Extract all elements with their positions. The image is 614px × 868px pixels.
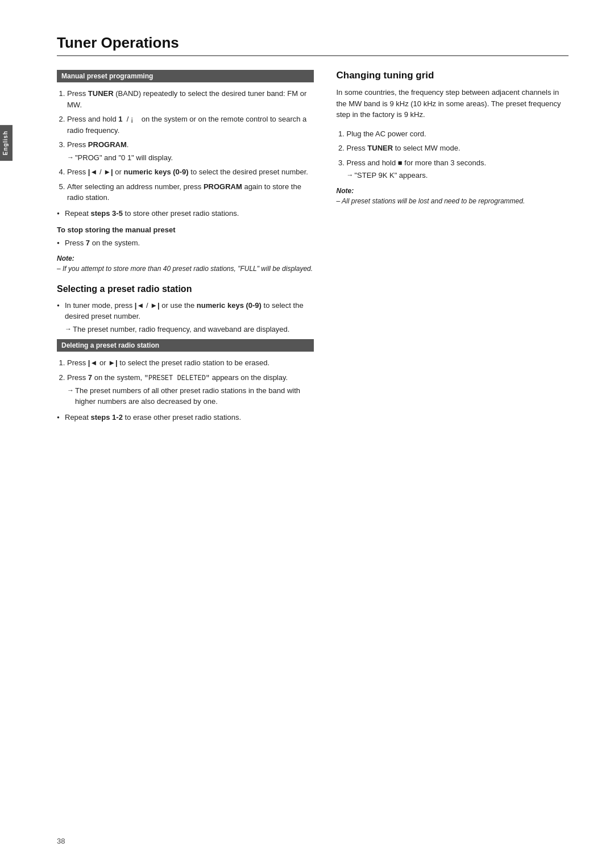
list-item: Press TUNER (BAND) repeatedly to select …: [67, 88, 314, 110]
arrow-note-step: "STEP 9K K" appears.: [347, 170, 569, 181]
prev-bold3: |◄: [88, 358, 98, 367]
left-column: Manual preset programming Press TUNER (B…: [57, 70, 314, 427]
deleting-preset-steps: Press |◄ or ►| to select the preset radi…: [57, 357, 314, 407]
manual-preset-steps: Press TUNER (BAND) repeatedly to select …: [57, 88, 314, 203]
program-again-bold: PROGRAM: [204, 182, 242, 191]
page-title: Tuner Operations: [57, 34, 569, 56]
list-item: Press 7 on the system.: [57, 237, 314, 249]
numeric-keys-bold: numeric keys (0-9): [124, 168, 189, 176]
list-item: Press TUNER to select MW mode.: [347, 143, 569, 154]
manual-preset-bullets: Repeat steps 3-5 to store other preset r…: [57, 208, 314, 219]
page: English Tuner Operations Manual preset p…: [0, 0, 614, 868]
language-tab: English: [0, 125, 13, 161]
list-item: Press |◄ or ►| to select the preset radi…: [67, 357, 314, 369]
page-number: 38: [57, 837, 65, 845]
7-bold: 7: [86, 239, 90, 247]
7-bold2: 7: [88, 373, 92, 382]
next-bold3: ►|: [108, 358, 118, 367]
changing-tuning-title: Changing tuning grid: [337, 70, 569, 81]
list-item: Press and hold 1 / ¡ on the system or on…: [67, 114, 314, 136]
two-column-layout: Manual preset programming Press TUNER (B…: [57, 70, 569, 427]
tuner-bold: TUNER: [88, 89, 114, 98]
tuner-bold2: TUNER: [367, 144, 393, 152]
manual-preset-note: Note: – If you attempt to store more tha…: [57, 253, 314, 274]
stop-storing-list: Press 7 on the system.: [57, 237, 314, 249]
list-item: Repeat steps 3-5 to store other preset r…: [57, 208, 314, 219]
steps-35-bold: steps 3-5: [91, 209, 123, 218]
list-item: Press PROGRAM. "PROG" and "0 1" will dis…: [67, 139, 314, 163]
changing-tuning-note: Note: – All preset stations will be lost…: [337, 186, 569, 206]
list-item: Repeat steps 1-2 to erase other preset r…: [57, 412, 314, 423]
prev-bold2: |◄: [135, 301, 144, 310]
next-bold2: ►|: [150, 301, 160, 310]
steps-12-bold: steps 1-2: [91, 413, 123, 422]
note-label2: Note:: [337, 187, 354, 195]
changing-tuning-intro: In some countries, the frequency step be…: [337, 87, 569, 120]
list-item: Press |◄ / ►| or numeric keys (0-9) to s…: [67, 166, 314, 178]
manual-preset-heading: Manual preset programming: [57, 70, 314, 82]
stop-bold: ■: [398, 158, 403, 167]
changing-tuning-steps: Plug the AC power cord. Press TUNER to s…: [337, 128, 569, 181]
selecting-preset-list: In tuner mode, press |◄ / ►| or use the …: [57, 300, 314, 335]
preset-deleted-mono: "PRESET DELETED": [144, 374, 210, 382]
selecting-preset-title: Selecting a preset radio station: [57, 284, 314, 294]
list-item: Press and hold ■ for more than 3 seconds…: [347, 157, 569, 181]
prev-bold: |◄: [88, 168, 98, 176]
arrow-note-preset: The preset number, radio frequency, and …: [65, 324, 314, 335]
right-column: Changing tuning grid In some countries, …: [337, 70, 569, 427]
next-bold: ►|: [103, 168, 113, 176]
list-item: Plug the AC power cord.: [347, 128, 569, 140]
list-item: In tuner mode, press |◄ / ►| or use the …: [57, 300, 314, 335]
arrow-note-prog: "PROG" and "0 1" will display.: [67, 152, 314, 164]
note-label: Note:: [57, 254, 74, 262]
1-bold: 1: [118, 115, 122, 123]
deleting-preset-heading: Deleting a preset radio station: [57, 339, 314, 352]
program-bold: PROGRAM: [88, 140, 127, 149]
numeric-keys-bold2: numeric keys (0-9): [197, 301, 262, 310]
arrow-note-delete: The preset numbers of all other preset r…: [67, 385, 314, 407]
list-item: After selecting an address number, press…: [67, 181, 314, 203]
list-item: Press 7 on the system, "PRESET DELETED" …: [67, 372, 314, 407]
stop-storing-heading: To stop storing the manual preset: [57, 226, 314, 234]
deleting-preset-bullets: Repeat steps 1-2 to erase other preset r…: [57, 412, 314, 423]
